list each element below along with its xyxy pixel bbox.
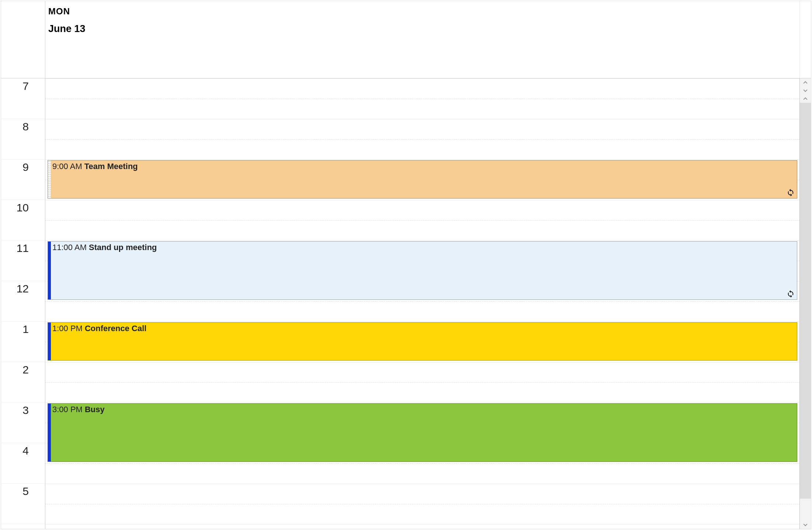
hour-line <box>45 362 799 362</box>
half-hour-line <box>45 99 799 99</box>
hour-label: 3 <box>22 404 29 417</box>
hour-label: 4 <box>22 445 29 457</box>
hour-line <box>45 241 799 241</box>
event-time: 3:00 PM <box>52 405 83 414</box>
hour-label: 2 <box>22 364 29 376</box>
event-content: 1:00 PMConference Call <box>52 323 795 334</box>
event-title: Team Meeting <box>84 162 138 171</box>
hour-cell: 4 <box>1 443 45 484</box>
hour-label: 1 <box>22 323 29 336</box>
hour-line <box>45 484 799 484</box>
event-title: Conference Call <box>85 324 147 333</box>
half-hour-line <box>45 220 799 221</box>
hour-line <box>45 322 799 322</box>
event-content: 9:00 AMTeam Meeting <box>52 161 795 172</box>
calendar-body: 78910111212345 9:00 AMTeam Meeting11:00 … <box>1 78 811 529</box>
hour-line <box>45 78 799 79</box>
hour-cell: 11 <box>1 241 45 281</box>
event-time: 11:00 AM <box>52 243 87 252</box>
day-header[interactable]: MON June 13 <box>45 1 799 78</box>
hour-cell: 9 <box>1 159 45 200</box>
hour-line <box>45 403 799 403</box>
event-title: Stand up meeting <box>89 243 157 252</box>
hour-label: 7 <box>22 80 29 92</box>
vertical-scrollbar[interactable] <box>799 78 811 529</box>
hour-cell: 12 <box>1 281 45 322</box>
calendar-event[interactable]: 3:00 PMBusy <box>48 403 797 462</box>
scroll-down-icon[interactable] <box>800 521 811 529</box>
half-hour-line <box>45 382 799 383</box>
hour-cell: 8 <box>1 119 45 159</box>
hour-label: 12 <box>17 282 29 295</box>
hour-cell: 10 <box>1 200 45 241</box>
scroll-up-small-icon[interactable] <box>800 95 811 103</box>
time-gutter: 78910111212345 <box>1 78 45 529</box>
event-content: 11:00 AMStand up meeting <box>52 242 795 253</box>
event-content: 3:00 PMBusy <box>52 404 795 415</box>
half-hour-line <box>45 301 799 302</box>
scroll-track[interactable] <box>800 103 811 521</box>
hour-cell: 2 <box>1 362 45 403</box>
hour-line <box>45 200 799 200</box>
hour-line <box>45 119 799 119</box>
scroll-bottom-group <box>800 521 811 529</box>
event-title: Busy <box>85 405 105 414</box>
hour-cell: 7 <box>1 78 45 119</box>
event-time: 9:00 AM <box>52 162 82 171</box>
calendar-header: MON June 13 <box>1 1 811 78</box>
hour-cell: 3 <box>1 403 45 443</box>
hour-line <box>45 524 799 524</box>
day-of-week-label: MON <box>48 6 797 17</box>
hour-cell: 1 <box>1 322 45 362</box>
hour-cell: 5 <box>1 484 45 524</box>
hour-label: 11 <box>17 242 29 255</box>
half-hour-line <box>45 139 799 140</box>
half-hour-line <box>45 504 799 504</box>
hour-label: 8 <box>22 120 29 133</box>
day-date-label: June 13 <box>48 23 797 35</box>
hour-label: 9 <box>22 161 29 173</box>
scroll-gutter-header <box>799 1 811 78</box>
calendar-day-view: MON June 13 78910111212345 9:00 AMTeam M… <box>1 1 811 529</box>
scroll-down-small-icon[interactable] <box>800 87 811 95</box>
calendar-event[interactable]: 1:00 PMConference Call <box>48 322 797 361</box>
hour-label: 5 <box>22 485 29 498</box>
calendar-event[interactable]: 9:00 AMTeam Meeting <box>48 160 797 199</box>
recurring-icon <box>787 189 795 197</box>
half-hour-line <box>45 463 799 464</box>
gutter-spacer <box>1 1 45 78</box>
event-time: 1:00 PM <box>52 324 83 333</box>
time-grid[interactable]: 9:00 AMTeam Meeting11:00 AMStand up meet… <box>45 78 799 529</box>
event-status-bar <box>48 323 51 360</box>
recurring-icon <box>787 290 795 298</box>
hour-line <box>45 159 799 160</box>
hour-label: 10 <box>17 201 29 214</box>
scroll-thumb[interactable] <box>800 499 811 521</box>
scroll-top-group <box>800 78 811 103</box>
event-status-bar <box>48 161 51 198</box>
event-status-bar <box>48 404 51 461</box>
scroll-up-icon[interactable] <box>800 78 811 87</box>
calendar-event[interactable]: 11:00 AMStand up meeting <box>48 241 797 300</box>
event-status-bar <box>48 242 51 299</box>
